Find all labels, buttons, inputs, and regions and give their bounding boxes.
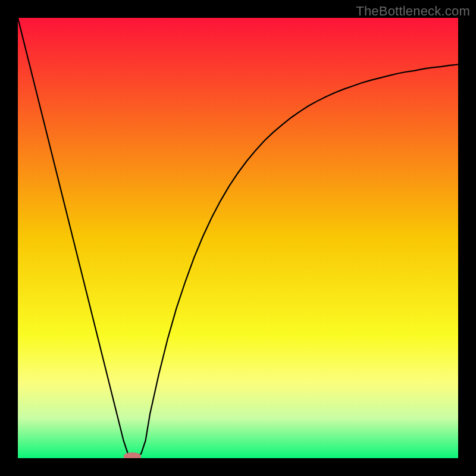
chart-background bbox=[18, 18, 458, 458]
chart-svg bbox=[18, 18, 458, 458]
chart-area bbox=[18, 18, 458, 458]
watermark-text: TheBottleneck.com bbox=[356, 4, 470, 19]
chart-frame: TheBottleneck.com bbox=[0, 0, 476, 476]
